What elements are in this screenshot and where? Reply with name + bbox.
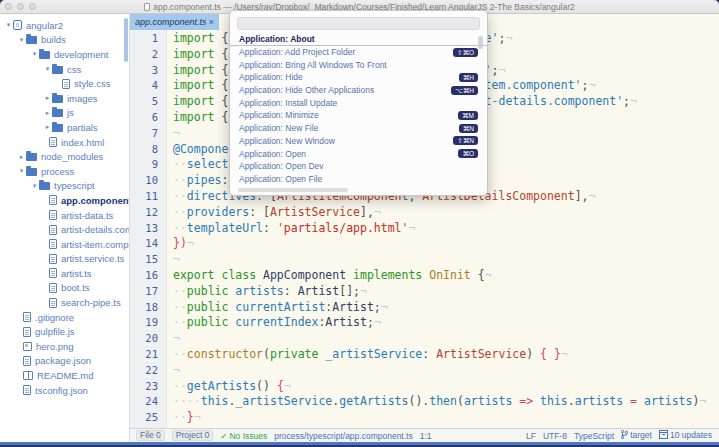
command-palette: Application: AboutApplication: Add Proje… — [229, 10, 488, 196]
code-line[interactable]: ··constructor(private _artistService: Ar… — [173, 347, 719, 363]
palette-item-label: Application: Add Project Folder — [239, 47, 453, 57]
tree-item-development[interactable]: ▾development — [0, 47, 129, 62]
palette-item-application-bring-all-windows-to-front[interactable]: Application: Bring All Windows To Front — [230, 58, 487, 71]
cursor-position[interactable]: 1:1 — [420, 431, 432, 441]
command-palette-input[interactable] — [237, 17, 480, 30]
chevron-down-icon[interactable]: ▾ — [30, 50, 39, 58]
tree-item--gitignore[interactable]: .gitignore — [0, 310, 129, 325]
chevron-down-icon[interactable]: ▾ — [30, 182, 39, 190]
tree-item-artist-details-component-ts[interactable]: artist-details.component.ts — [0, 222, 129, 237]
code-line[interactable]: ··public currentArtist:Artist;¬ — [173, 300, 719, 316]
chevron-down-icon[interactable]: ▾ — [4, 21, 13, 29]
code-line[interactable]: })¬ — [173, 236, 719, 252]
tree-item-artist-item-component-ts[interactable]: artist-item.component.ts — [0, 237, 129, 252]
git-branch-indicator[interactable]: target — [621, 430, 652, 441]
project-issues-badge[interactable]: Project 0 — [172, 430, 214, 441]
tree-item-node-modules[interactable]: ▸node_modules — [0, 149, 129, 164]
line-number: 20 — [130, 331, 158, 347]
palette-item-label: Application: Hide Other Applications — [239, 85, 451, 95]
tree-item-artist-ts[interactable]: artist.ts — [0, 266, 129, 281]
palette-item-application-new-window[interactable]: Application: New Window⇧⌘N — [230, 135, 487, 148]
palette-item-application-open[interactable]: Application: Open⌘O — [230, 147, 487, 160]
tree-item-hero-png[interactable]: hero.png — [0, 339, 129, 354]
tree-item-gulpfile-js[interactable]: gulpfile.js — [0, 324, 129, 339]
tree-item-readme-md[interactable]: README.md — [0, 368, 129, 383]
tree-item-index-html[interactable]: index.html — [0, 135, 129, 150]
tree-item-artist-data-ts[interactable]: artist-data.ts — [0, 208, 129, 223]
code-line[interactable]: ··public currentIndex:Artist;¬ — [173, 315, 719, 331]
tree-item-builds[interactable]: ▾builds — [0, 33, 129, 48]
line-ending-indicator[interactable]: LF — [526, 431, 536, 441]
palette-vertical-scrollbar-thumb[interactable] — [478, 36, 483, 49]
tree-item-angular2[interactable]: ▾angular2 — [0, 18, 129, 33]
tree-view[interactable]: ▾angular2▾builds▾development▾cssstyle.cs… — [0, 14, 130, 442]
chevron-right-icon[interactable]: ▸ — [43, 109, 52, 117]
palette-item-application-open-dev[interactable]: Application: Open Dev — [230, 160, 487, 173]
code-line[interactable]: ··public artists: Artist[];¬ — [173, 284, 719, 300]
tree-item-package-json[interactable]: package.json — [0, 354, 129, 369]
tree-item-label: development — [54, 49, 108, 60]
encoding-indicator[interactable]: UTF-8 — [543, 431, 567, 441]
code-line[interactable]: ··}¬ — [173, 410, 719, 426]
file-icon — [23, 312, 31, 322]
tree-item-label: .gitignore — [35, 312, 74, 323]
line-number: 6 — [130, 110, 158, 126]
palette-item-application-new-file[interactable]: Application: New File⌘N — [230, 122, 487, 135]
updates-indicator[interactable]: 10 updates — [659, 430, 712, 441]
palette-item-application-minimize[interactable]: Application: Minimize⌘M — [230, 109, 487, 122]
palette-item-application-add-project-folder[interactable]: Application: Add Project Folder⇧⌘O — [230, 46, 487, 59]
tree-item-typescript[interactable]: ▾typescript — [0, 179, 129, 194]
palette-horizontal-scrollbar-thumb[interactable] — [238, 188, 348, 192]
line-number: 16 — [130, 268, 158, 284]
chevron-down-icon[interactable]: ▾ — [43, 65, 52, 73]
tree-item-label: node_modules — [41, 151, 103, 162]
tree-item-style-css[interactable]: style.css — [0, 76, 129, 91]
tab-close-icon[interactable]: × — [209, 17, 214, 27]
image-icon — [23, 342, 32, 351]
tree-scrollbar-thumb[interactable] — [124, 18, 128, 62]
tree-item-label: angular2 — [26, 20, 63, 31]
file-icon — [49, 283, 57, 293]
line-number: 9 — [130, 157, 158, 173]
chevron-down-icon[interactable]: ▾ — [17, 167, 26, 175]
tree-item-partials[interactable]: ▸partials — [0, 120, 129, 135]
file-icon — [49, 254, 57, 264]
code-line[interactable]: ¬ — [173, 331, 719, 347]
folder-icon — [39, 182, 50, 190]
chevron-right-icon[interactable]: ▸ — [17, 153, 26, 161]
grammar-indicator[interactable]: TypeScript — [574, 431, 614, 441]
git-branch-icon — [621, 430, 628, 441]
palette-item-application-hide-other-applications[interactable]: Application: Hide Other Applications⌥⌘H — [230, 84, 487, 97]
code-line[interactable]: export class AppComponent implements OnI… — [173, 268, 719, 284]
code-line[interactable]: ····this._artistService.getArtists().the… — [173, 394, 719, 410]
file-issues-badge[interactable]: File 0 — [136, 430, 165, 441]
tree-item-search-pipe-ts[interactable]: search-pipe.ts — [0, 295, 129, 310]
tree-item-app-component-ts[interactable]: app.component.ts — [0, 193, 129, 208]
palette-item-application-about[interactable]: Application: About — [230, 33, 487, 46]
code-line[interactable]: ··templateUrl: 'partials/app.html'¬ — [173, 221, 719, 237]
palette-item-application-install-update[interactable]: Application: Install Update — [230, 96, 487, 109]
chevron-right-icon[interactable]: ▸ — [43, 123, 52, 131]
tree-item-css[interactable]: ▾css — [0, 62, 129, 77]
tree-item-process[interactable]: ▾process — [0, 164, 129, 179]
chevron-right-icon[interactable]: ▸ — [43, 94, 52, 102]
code-line[interactable]: ··providers: [ArtistService],¬ — [173, 205, 719, 221]
palette-item-application-hide[interactable]: Application: Hide⌘H — [230, 71, 487, 84]
status-bar: File 0 Project 0 ✓No Issues process/type… — [130, 428, 719, 442]
no-issues-status[interactable]: ✓No Issues — [220, 431, 267, 441]
tree-item-artist-service-ts[interactable]: artist.service.ts — [0, 252, 129, 267]
line-number: 13 — [130, 221, 158, 237]
code-line[interactable]: ¬ — [173, 252, 719, 268]
code-line[interactable]: ¬ — [173, 363, 719, 379]
tree-item-tsconfig-json[interactable]: tsconfig.json — [0, 383, 129, 398]
line-number: 12 — [130, 205, 158, 221]
tab-app-component[interactable]: app.component.ts × — [130, 14, 219, 30]
tree-item-images[interactable]: ▸images — [0, 91, 129, 106]
tree-item-boot-ts[interactable]: boot.ts — [0, 281, 129, 296]
file-path[interactable]: process/typescript/app.component.ts — [274, 431, 412, 441]
line-number: 14 — [130, 236, 158, 252]
palette-item-application-open-file[interactable]: Application: Open File — [230, 173, 487, 186]
code-line[interactable]: ··getArtists() {¬ — [173, 379, 719, 395]
tree-item-js[interactable]: ▸js — [0, 106, 129, 121]
chevron-down-icon[interactable]: ▾ — [17, 36, 26, 44]
